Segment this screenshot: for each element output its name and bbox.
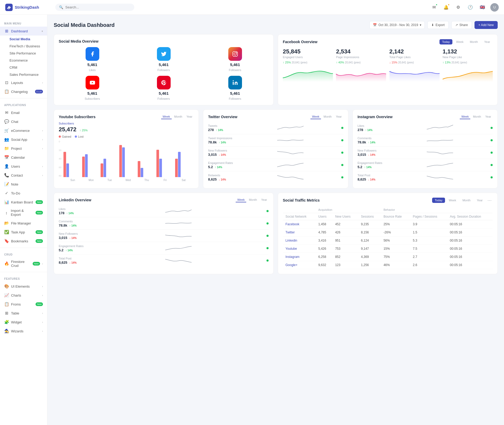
traffic-tab-today[interactable]: Today <box>432 198 445 203</box>
sidebar-item-charts[interactable]: 📈 Charts › <box>0 291 47 300</box>
traffic-tab-week[interactable]: Week <box>446 198 459 203</box>
td-instagram-link[interactable]: Instagram <box>283 253 316 261</box>
mail-icon-btn[interactable]: ✉ <box>430 3 438 12</box>
sidebar-item-layouts[interactable]: ⊡ Layouts › <box>0 78 47 87</box>
add-new-button[interactable]: + Add New <box>475 21 498 29</box>
sidebar-item-table[interactable]: ⊞ Table › <box>0 309 47 318</box>
sidebar-item-import-export[interactable]: ↕ Import & Export New <box>0 207 47 219</box>
li-followers-name: New Followers <box>59 232 90 235</box>
sidebar-sub-crm[interactable]: CRM <box>9 64 47 71</box>
traffic-tab-year[interactable]: Year <box>474 198 485 203</box>
sidebar-item-ui-elements[interactable]: 🎨 UI Elements › <box>0 282 47 291</box>
ig-tab-week[interactable]: Week <box>460 114 470 119</box>
sidebar-item-calendar[interactable]: 📅 Calendar <box>0 153 47 162</box>
date-range-button[interactable]: 📅 Oct 30, 2019 - Nov 30, 2019 ▾ <box>369 21 425 29</box>
chat-icon: 💬 <box>4 119 9 124</box>
td-linkedin-link[interactable]: Linkedin <box>283 237 316 245</box>
td-google-link[interactable]: Google+ <box>283 261 316 269</box>
yt-chart-wrapper: 80 60 40 20 0 <box>59 140 194 182</box>
flag-icon-btn[interactable]: 🇬🇧 <box>478 3 487 12</box>
project-chevron: › <box>42 147 43 150</box>
sidebar-item-project[interactable]: 📁 Project › <box>0 144 47 153</box>
sidebar-sub-social-media[interactable]: Social Media <box>9 36 47 43</box>
sidebar-item-file-manager[interactable]: 📂 File Manager <box>0 219 47 228</box>
clock-icon-btn[interactable]: 🕐 <box>466 3 475 12</box>
td-facebook-link[interactable]: Facebook <box>283 220 316 228</box>
sidebar-sub-ecommerce[interactable]: Ecommerce <box>9 57 47 64</box>
sidebar-sub-fintech[interactable]: FineTech / Business <box>9 43 47 50</box>
ig-likes-value: 278 ↑ 14% <box>358 128 389 132</box>
sidebar-sub-sales[interactable]: Sales Performance <box>9 71 47 78</box>
li-engagement-info: Engagement Rates 5.2 ↑ 14% <box>59 244 90 252</box>
ig-total-post-value: 8,625 ↓ 14% <box>358 177 389 181</box>
sidebar-item-chat[interactable]: 💬 Chat <box>0 117 47 126</box>
sidebar-users-label: Users <box>11 164 20 168</box>
ig-comments-name: Comments <box>358 137 389 140</box>
ig-tab-year[interactable]: Year <box>484 114 493 119</box>
fb-tab-month[interactable]: Month <box>467 39 481 44</box>
sidebar-item-todo[interactable]: ✓ To-Do <box>0 189 47 198</box>
sidebar-item-froms[interactable]: 📋 Froms New <box>0 300 47 309</box>
sidebar-item-firestore[interactable]: 🔥 Firestore Crud New › <box>0 258 47 270</box>
sidebar-item-task-app[interactable]: ✅ Task App New <box>0 228 47 237</box>
sidebar-item-changelog[interactable]: 📋 Changelog 2.1.6 <box>0 87 47 96</box>
ig-likes-info: Likes 278 ↑ 14% <box>358 124 389 132</box>
tw-tab-week[interactable]: Week <box>310 114 321 119</box>
td-youtube-link[interactable]: Youtube <box>283 245 316 253</box>
yt-tab-month[interactable]: Month <box>173 114 184 119</box>
traffic-more-btn[interactable]: ⋯ <box>486 198 493 203</box>
share-button[interactable]: ↗ Share <box>451 21 472 29</box>
sidebar-item-note[interactable]: 📝 Note <box>0 180 47 189</box>
ig-likes-spark <box>389 124 491 132</box>
search-input[interactable] <box>65 5 131 9</box>
note-icon: 📝 <box>4 182 9 187</box>
yt-tab-year[interactable]: Year <box>185 114 194 119</box>
facebook-icon <box>86 47 99 61</box>
li-tab-week[interactable]: Week <box>236 198 246 202</box>
sidebar-item-kanban[interactable]: 📊 Kanban Board New <box>0 198 47 207</box>
date-range-text: Oct 30, 2019 - Nov 30, 2019 <box>378 23 418 27</box>
sidebar-email-label: Email <box>11 111 20 115</box>
fb-tab-week[interactable]: Week <box>453 39 466 44</box>
user-avatar[interactable]: U <box>490 3 499 12</box>
td-facebook-sessions: 9,235 <box>358 220 381 228</box>
td-linkedin-users: 3,416 <box>316 237 333 245</box>
gear-icon-btn[interactable]: ⚙ <box>454 3 462 12</box>
y-20: 20 <box>59 149 61 152</box>
tw-impressions-change: ↑ 14% <box>219 141 226 144</box>
sidebar-item-bookmarks[interactable]: 🔖 Bookmarks New <box>0 237 47 246</box>
td-twitter-link[interactable]: Twitter <box>283 228 316 237</box>
sidebar-item-contact[interactable]: 📞 Contact › <box>0 171 47 180</box>
features-label: FEATURES <box>0 274 47 282</box>
yt-tab-week[interactable]: Week <box>161 114 172 119</box>
tw-engagement-dot <box>341 164 343 166</box>
traffic-tab-month[interactable]: Month <box>460 198 473 203</box>
td-youtube-pages: 7.5 <box>410 245 447 253</box>
fb-tab-today[interactable]: Today <box>439 39 452 44</box>
ig-tab-month[interactable]: Month <box>471 114 483 119</box>
li-tab-month[interactable]: Month <box>247 198 259 202</box>
li-tab-year[interactable]: Year <box>260 198 269 202</box>
tw-tweets-info: Tweets 278 ↑ 14% <box>208 124 240 132</box>
sidebar-item-wizards[interactable]: 🧙 Wizards › <box>0 327 47 336</box>
sidebar-item-dashboard[interactable]: ⊞ Dashboard ▾ <box>0 27 47 36</box>
page-header-actions: 📅 Oct 30, 2019 - Nov 30, 2019 ▾ ⬇ Export… <box>369 21 498 29</box>
sidebar-item-social-app[interactable]: 👥 Social App › <box>0 135 47 144</box>
export-button[interactable]: ⬇ Export <box>427 21 449 29</box>
th-avg-session: Avg. Session Duration <box>447 213 493 220</box>
sidebar-sub-site-performance[interactable]: Site Performance <box>9 50 47 57</box>
sidebar-item-widget[interactable]: 🧩 Widget › <box>0 318 47 327</box>
fb-tab-year[interactable]: Year <box>482 39 493 44</box>
bell-icon-btn[interactable]: 🔔 <box>442 3 450 12</box>
ig-metric-total-post: Total Post 8,625 ↓ 14% <box>358 171 493 183</box>
instagram-icon <box>228 47 242 61</box>
tw-tab-month[interactable]: Month <box>322 114 333 119</box>
td-youtube-bounce: 15% <box>381 245 410 253</box>
bar-labels: Sun Mon Tue Wed Thu Fri Sat <box>62 179 194 182</box>
sidebar-item-email[interactable]: ✉ Email <box>0 108 47 117</box>
search-bar[interactable]: 🔍 <box>55 4 134 11</box>
instagram-overview-card: Instagram Overview Week Month Year Likes… <box>353 109 498 188</box>
tw-tab-year[interactable]: Year <box>334 114 343 119</box>
sidebar-item-users[interactable]: 👤 Users › <box>0 162 47 171</box>
sidebar-item-ecommerce[interactable]: 🛒 eCommerce › <box>0 126 47 135</box>
